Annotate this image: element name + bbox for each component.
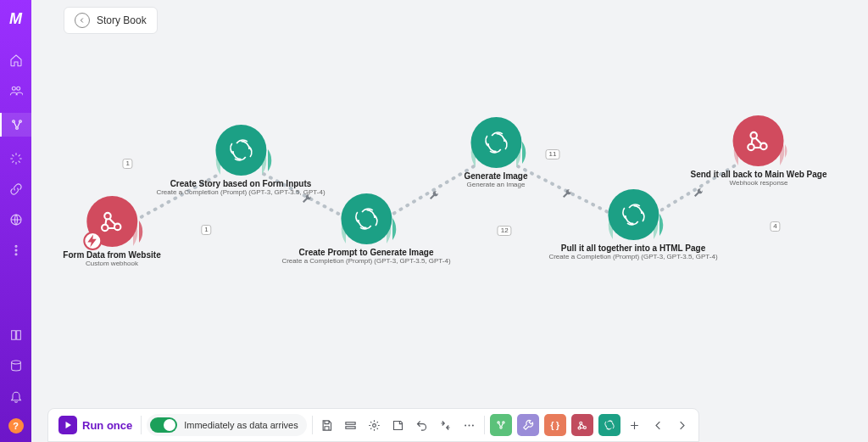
module-badge: 4 xyxy=(770,221,780,232)
module-badge: 1 xyxy=(122,159,132,169)
svg-point-34 xyxy=(578,427,581,429)
fav-module-webhook[interactable] xyxy=(571,414,593,436)
fav-module-tools[interactable] xyxy=(517,414,539,436)
module-openai-assemble[interactable]: Pull it all together into a HTML Page Cr… xyxy=(548,189,717,260)
svg-point-4 xyxy=(15,127,18,130)
undo-button[interactable] xyxy=(413,416,431,434)
svg-point-22 xyxy=(748,144,754,150)
svg-point-7 xyxy=(15,249,17,251)
svg-point-29 xyxy=(498,422,499,423)
svg-point-27 xyxy=(469,424,470,426)
notes-button[interactable] xyxy=(389,416,408,434)
webhook-icon xyxy=(744,126,773,155)
auto-align-button[interactable] xyxy=(437,416,455,434)
svg-point-9 xyxy=(11,361,20,364)
nav-connections[interactable] xyxy=(8,181,25,198)
openai-icon xyxy=(352,204,381,233)
make-logo: M xyxy=(0,3,31,35)
divider xyxy=(484,416,485,434)
nav-home[interactable] xyxy=(8,52,25,69)
nav-docs[interactable] xyxy=(8,327,25,344)
module-badge: 12 xyxy=(498,226,512,236)
svg-point-1 xyxy=(16,87,19,90)
module-subtitle: Create a Completion (Prompt) (GPT-3, GPT… xyxy=(281,257,450,265)
nav-datastore[interactable] xyxy=(8,357,25,374)
svg-point-2 xyxy=(12,120,14,123)
module-subtitle: Create a Completion (Prompt) (GPT-3, GPT… xyxy=(548,253,717,260)
module-title: Create Story based on Form Inputs xyxy=(156,179,325,188)
help-button[interactable]: ? xyxy=(8,418,24,434)
breadcrumb: Story Book xyxy=(64,7,158,34)
module-openai-image[interactable]: Generate Image Generate an Image 11 xyxy=(464,117,527,188)
svg-point-26 xyxy=(465,424,466,426)
openai-icon xyxy=(481,128,510,157)
bottom-toolbar: Run once Immediately as data arrives { } xyxy=(47,408,699,442)
settings-button[interactable] xyxy=(365,416,384,434)
module-badge: 11 xyxy=(546,149,560,159)
module-openai-prompt[interactable]: Create Prompt to Generate Image Create a… xyxy=(281,193,450,265)
module-subtitle: Generate an Image xyxy=(464,181,527,188)
svg-point-6 xyxy=(15,245,17,247)
svg-point-3 xyxy=(19,120,21,123)
nav-apps[interactable] xyxy=(8,150,25,167)
history-next-button[interactable] xyxy=(673,416,692,434)
svg-rect-24 xyxy=(346,426,355,428)
more-tools-button[interactable] xyxy=(460,416,479,434)
scheduling-toggle[interactable]: Immediately as data arrives xyxy=(147,414,307,436)
svg-point-28 xyxy=(472,424,474,426)
save-button[interactable] xyxy=(318,416,337,434)
svg-point-33 xyxy=(583,426,586,428)
run-once-button[interactable]: Run once xyxy=(55,413,136,437)
svg-rect-23 xyxy=(346,422,355,424)
module-title: Pull it all together into a HTML Page xyxy=(548,243,717,253)
svg-point-31 xyxy=(500,427,502,428)
module-webhook-response[interactable]: Send it all back to Main Web Page Webhoo… xyxy=(691,115,827,187)
svg-point-19 xyxy=(102,225,108,231)
nav-notifications[interactable] xyxy=(8,388,25,405)
module-badge: 1 xyxy=(201,225,211,235)
queue-button[interactable] xyxy=(342,416,360,434)
svg-point-0 xyxy=(12,87,15,90)
module-subtitle: Custom webhook xyxy=(63,260,160,267)
module-title: Send it all back to Main Web Page xyxy=(691,170,827,179)
module-title: Create Prompt to Generate Image xyxy=(281,248,450,257)
instant-trigger-icon xyxy=(83,232,102,250)
scenario-title[interactable]: Story Book xyxy=(97,14,147,26)
sidebar: M ? xyxy=(0,0,31,442)
nav-webhooks[interactable] xyxy=(8,211,25,228)
nav-scenarios[interactable] xyxy=(0,113,31,137)
svg-point-8 xyxy=(15,254,17,255)
module-webhook-trigger[interactable]: Form Data from Website Custom webhook 1 xyxy=(63,196,160,267)
play-icon xyxy=(58,416,77,434)
svg-point-30 xyxy=(502,422,504,423)
module-title: Generate Image xyxy=(464,171,527,181)
webhook-icon xyxy=(97,207,126,236)
module-openai-story[interactable]: Create Story based on Form Inputs Create… xyxy=(156,125,325,196)
svg-point-25 xyxy=(373,423,376,427)
fav-module-text[interactable]: { } xyxy=(544,414,566,436)
back-button[interactable] xyxy=(75,13,90,28)
fav-module-flow[interactable] xyxy=(490,414,512,436)
schedule-label: Immediately as data arrives xyxy=(184,420,298,430)
history-prev-button[interactable] xyxy=(649,416,668,434)
module-subtitle: Webhook response xyxy=(691,179,827,187)
openai-icon xyxy=(619,200,648,229)
svg-point-20 xyxy=(751,132,757,138)
divider xyxy=(141,416,142,434)
module-title: Form Data from Website xyxy=(63,250,160,260)
openai-icon xyxy=(226,136,255,165)
nav-more[interactable] xyxy=(8,242,25,259)
scenario-canvas[interactable]: Form Data from Website Custom webhook 1 … xyxy=(31,0,868,442)
nav-teams[interactable] xyxy=(8,82,25,99)
fav-module-openai[interactable] xyxy=(598,414,620,436)
toggle-switch-icon xyxy=(150,417,177,433)
divider xyxy=(312,416,313,434)
svg-point-17 xyxy=(104,213,110,219)
add-module-button[interactable] xyxy=(626,416,644,434)
